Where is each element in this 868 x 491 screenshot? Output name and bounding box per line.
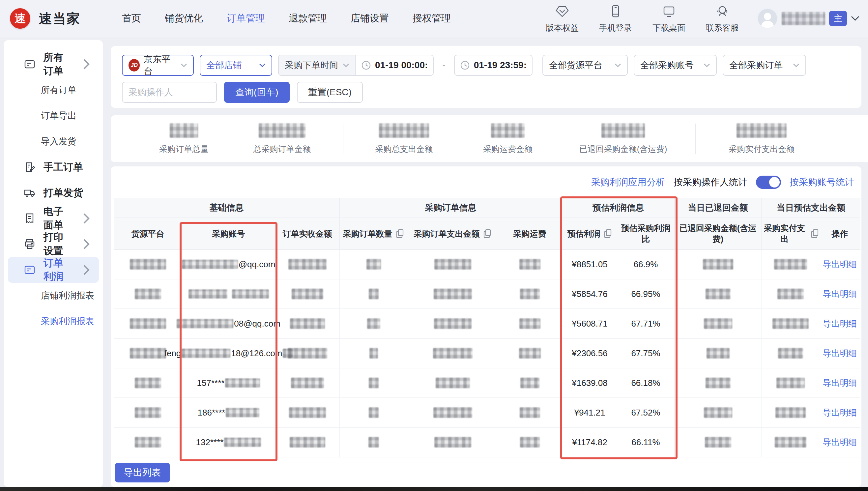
- column-header-3: 订单实收金额: [276, 218, 340, 249]
- purchase-account-select[interactable]: 全部采购账号: [634, 55, 717, 76]
- redacted-value: [367, 259, 381, 269]
- copy-icon[interactable]: [396, 229, 404, 238]
- time-to-box: 01-19 23:59:: [454, 55, 532, 76]
- export-detail-link[interactable]: 导出明细: [823, 318, 857, 329]
- quick-action-1[interactable]: 版本权益: [546, 4, 579, 33]
- column-header-8: 预估采购利润比: [617, 218, 675, 249]
- redacted-value: [290, 318, 325, 329]
- sidebar-subitem-10[interactable]: 店铺利润报表: [4, 283, 103, 309]
- table-row-5: 157****¥1639.0866.18%导出明细: [114, 368, 861, 398]
- sidebar-item-7[interactable]: 电子面单: [8, 206, 99, 231]
- account-visible-text: 157****: [197, 378, 225, 388]
- nav-item-2[interactable]: 铺货优化: [165, 12, 203, 25]
- redacted-cell: [276, 309, 340, 338]
- stats-mode-toggle[interactable]: [756, 176, 781, 189]
- redacted-cell: [498, 250, 562, 279]
- search-button[interactable]: 查询(回车): [224, 82, 290, 103]
- redacted-value: [181, 349, 230, 358]
- shop-select[interactable]: 全部店铺: [200, 55, 272, 76]
- estimated-profit-cell: ¥5854.76: [562, 280, 617, 309]
- export-detail-link[interactable]: 导出明细: [823, 259, 857, 270]
- redacted-cell: [498, 398, 562, 427]
- redacted-cell: [498, 428, 562, 457]
- truck-icon: [24, 187, 36, 199]
- table-group-header: 采购订单信息: [340, 198, 562, 218]
- quick-action-2[interactable]: 手机登录: [599, 4, 632, 33]
- sidebar-subitem-4[interactable]: 导入发货: [4, 128, 103, 154]
- nav-item-6[interactable]: 授权管理: [412, 12, 451, 25]
- redacted-cell: [407, 368, 498, 397]
- reset-button[interactable]: 重置(ESC): [297, 82, 363, 103]
- redacted-cell: [407, 280, 498, 309]
- purchase-order-select[interactable]: 全部采购订单: [723, 55, 806, 76]
- stat-label: 采购订单总量: [159, 144, 209, 154]
- chevron-down-icon: [703, 63, 710, 67]
- redacted-value: [182, 260, 238, 269]
- estimated-profit-cell: ¥1174.82: [562, 428, 617, 457]
- quick-action-3[interactable]: 下载桌面: [653, 4, 686, 33]
- profit-ratio-cell: 67.52%: [617, 398, 675, 427]
- time-from-input[interactable]: 01-19 00:00:: [356, 55, 433, 75]
- sidebar-item-1[interactable]: 所有订单: [8, 51, 99, 77]
- avatar: [757, 8, 778, 29]
- sidebar-item-9[interactable]: 订单利润: [8, 257, 99, 283]
- chevron-right-icon: [80, 212, 92, 224]
- export-list-button[interactable]: 导出列表: [115, 463, 170, 483]
- redacted-cell: [340, 398, 407, 427]
- platform-select[interactable]: JD 京东平台: [122, 55, 194, 76]
- stat-value-redacted: [736, 123, 787, 138]
- profit-analysis-link[interactable]: 采购利润应用分析: [591, 176, 665, 189]
- user-menu[interactable]: 主: [757, 8, 860, 29]
- time-from-value: 01-19 00:00:: [375, 60, 428, 70]
- chevron-right-icon: [80, 58, 92, 70]
- operator-input[interactable]: [122, 82, 217, 103]
- redacted-cell: [276, 250, 340, 279]
- copy-icon[interactable]: [811, 229, 819, 238]
- redacted-value: [289, 407, 326, 418]
- purchase-order-value: 全部采购订单: [729, 59, 783, 71]
- export-detail-link[interactable]: 导出明细: [823, 437, 857, 448]
- app-logo[interactable]: 速: [10, 8, 30, 29]
- stats-divider: [343, 123, 343, 154]
- redacted-value: [434, 437, 471, 447]
- nav-item-3[interactable]: 订单管理: [227, 12, 265, 25]
- diamond-icon: [555, 4, 570, 20]
- export-detail-link[interactable]: 导出明细: [823, 348, 857, 359]
- redacted-value: [292, 289, 323, 299]
- table-row-7: 132****¥1174.8266.11%导出明细: [114, 428, 861, 457]
- stat-item-5: 已退回采购金额(含运费): [562, 123, 684, 154]
- export-detail-link[interactable]: 导出明细: [823, 377, 857, 389]
- copy-icon[interactable]: [483, 229, 492, 238]
- sidebar-item-8[interactable]: 打印设置: [8, 231, 99, 257]
- account-visible-text: 18@126.com: [231, 348, 282, 358]
- export-detail-link[interactable]: 导出明细: [823, 407, 857, 418]
- time-field-select[interactable]: 采购下单时间: [279, 55, 356, 75]
- nav-item-1[interactable]: 首页: [122, 12, 141, 25]
- source-platform-select[interactable]: 全部货源平台: [543, 55, 628, 76]
- redacted-value: [520, 378, 540, 388]
- nav-item-5[interactable]: 店铺设置: [351, 12, 389, 25]
- stat-value-redacted: [379, 123, 429, 138]
- redacted-cell: [498, 309, 562, 338]
- sidebar-subitem-11[interactable]: 采购利润报表: [4, 309, 103, 334]
- redacted-value: [519, 348, 541, 358]
- redacted-cell: [675, 368, 761, 397]
- stat-label: 采购实付支出金额: [729, 144, 794, 154]
- export-detail-link[interactable]: 导出明细: [823, 288, 857, 300]
- nav-item-4[interactable]: 退款管理: [289, 12, 327, 25]
- sidebar-subitem-3[interactable]: 订单导出: [4, 103, 103, 128]
- actions-cell: 导出明细: [819, 398, 861, 427]
- redacted-cell: [340, 250, 407, 279]
- redacted-value: [704, 318, 732, 329]
- column-header-label: 已退回采购金额(含运费): [675, 223, 761, 244]
- sidebar-item-6[interactable]: 打单发货: [8, 180, 99, 206]
- account-visible-text: feng: [165, 348, 181, 358]
- copy-icon[interactable]: [604, 229, 612, 238]
- sidebar-subitem-2[interactable]: 所有订单: [4, 77, 103, 103]
- time-to-input[interactable]: 01-19 23:59:: [455, 55, 532, 75]
- by-account-label[interactable]: 按采购账号统计: [789, 176, 854, 189]
- sidebar-item-5[interactable]: 手工订单: [8, 154, 99, 180]
- quick-action-4[interactable]: 联系客服: [706, 4, 739, 33]
- redacted-value: [288, 259, 326, 269]
- platform-select-value: 京东平台: [144, 53, 176, 77]
